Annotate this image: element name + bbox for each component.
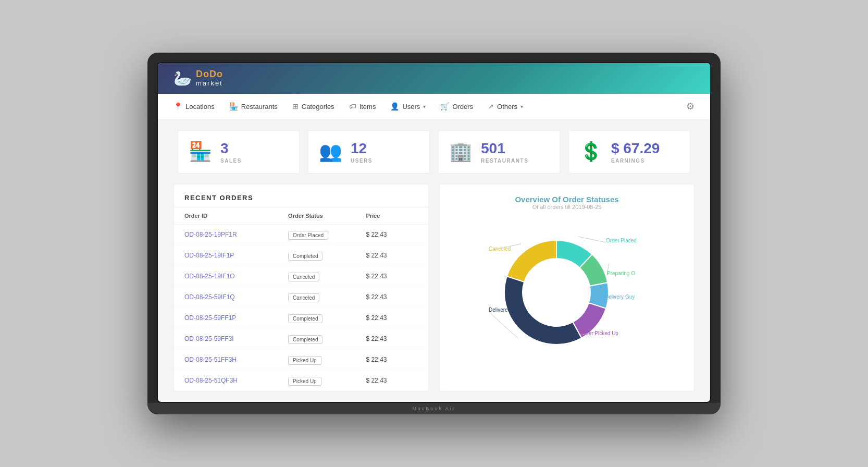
price-value: $ 22.43 [366, 293, 418, 301]
svg-line-0 [578, 237, 606, 242]
stat-value-earnings: $ 67.29 [611, 140, 660, 157]
nav-item-locations[interactable]: 📍 Locations [173, 95, 215, 118]
order-id-link[interactable]: OD-08-25-19IF1O [184, 273, 288, 280]
stat-info-restaurants: 501 RESTAURANTS [481, 140, 528, 164]
nav-item-items[interactable]: 🏷 Items [349, 95, 376, 118]
order-id-link[interactable]: OD-08-25-51FF3H [184, 356, 288, 363]
stat-value-users: 12 [351, 140, 373, 157]
stat-card-users: 👥 12 USERS [308, 130, 430, 174]
stat-card-sales: 🏪 3 SALES [178, 130, 300, 174]
order-id-link[interactable]: OD-08-25-19IF1P [184, 252, 288, 259]
price-value: $ 22.43 [366, 231, 418, 238]
nav-label-restaurants: Restaurants [241, 103, 278, 110]
price-value: $ 22.43 [366, 335, 418, 342]
orders-table-body: OD-08-25-19PF1R Order Placed $ 22.43 OD-… [174, 225, 428, 391]
location-icon: 📍 [173, 102, 182, 110]
table-column-headers: Order ID Order Status Price [174, 207, 428, 225]
macbook-label: MacBook Air [412, 406, 456, 411]
svg-text:Delivery Guy: Delivery Guy [605, 294, 635, 300]
stat-value-restaurants: 501 [481, 140, 528, 157]
table-row: OD-08-25-19IF1P Completed $ 22.43 [174, 245, 428, 266]
svg-text:Order Picked Up: Order Picked Up [580, 330, 618, 336]
restaurants-stat-icon: 🏢 [449, 141, 473, 163]
status-badge: Picked Up [288, 356, 321, 365]
order-id-link[interactable]: OD-08-25-59FF3I [184, 335, 288, 342]
chart-title: Overview Of Order Statuses [515, 195, 618, 204]
status-badge: Canceled [288, 273, 319, 281]
donut-svg: Order PlacedPreparing ODelivery GuyOrder… [478, 215, 655, 361]
status-badge: Completed [288, 335, 323, 344]
stat-card-earnings: 💲 $ 67.29 EARNINGS [568, 130, 690, 174]
nav-label-orders: Orders [452, 103, 473, 110]
logo-market: market [196, 80, 223, 87]
logo-dodo: DoDo [196, 69, 223, 80]
nav-item-categories[interactable]: ⊞ Categories [292, 95, 334, 118]
table-row: OD-08-25-19IF1O Canceled $ 22.43 [174, 266, 428, 287]
app-header: 🦢 DoDo market [158, 63, 710, 93]
status-badge: Picked Up [288, 377, 321, 386]
nav-label-users: Users [402, 103, 420, 110]
status-badge: Order Placed [288, 231, 328, 240]
table-row: OD-08-25-51FF3H Picked Up $ 22.43 [174, 350, 428, 371]
table-title: RECENT ORDERS [174, 185, 428, 207]
main-content: RECENT ORDERS Order ID Order Status Pric… [173, 184, 695, 391]
nav-item-restaurants[interactable]: 🏪 Restaurants [229, 95, 278, 118]
nav-item-others[interactable]: ↗ Others ▾ [488, 95, 523, 118]
stat-label-sales: SALES [220, 158, 242, 164]
items-icon: 🏷 [349, 102, 356, 110]
nav-item-users[interactable]: 👤 Users ▾ [390, 95, 426, 118]
table-row: OD-08-25-59IF1Q Canceled $ 22.43 [174, 287, 428, 308]
table-row: OD-08-25-59FF3I Completed $ 22.43 [174, 329, 428, 350]
logo-bird-icon: 🦢 [173, 70, 192, 87]
earnings-icon: 💲 [579, 141, 603, 163]
svg-text:Delivered: Delivered [489, 307, 511, 313]
categories-icon: ⊞ [292, 102, 299, 110]
chevron-down-icon-others: ▾ [520, 104, 523, 109]
laptop-chin: MacBook Air [147, 403, 721, 414]
price-value: $ 22.43 [366, 356, 418, 363]
donut-chart: Order PlacedPreparing ODelivery GuyOrder… [478, 215, 655, 361]
order-id-link[interactable]: OD-08-25-51QF3H [184, 377, 288, 384]
order-id-link[interactable]: OD-08-25-19PF1R [184, 231, 288, 238]
col-header-price: Price [366, 213, 418, 219]
screen: 🦢 DoDo market 📍 Locations 🏪 Restaurants [157, 62, 711, 402]
svg-text:Preparing O: Preparing O [607, 271, 635, 276]
status-badge: Completed [288, 252, 323, 261]
stats-row: 🏪 3 SALES 👥 12 USERS 🏢 501 RESTAURANTS [173, 130, 695, 174]
chart-subtitle: Of all orders till 2019-08-25 [532, 204, 602, 210]
chevron-down-icon: ▾ [423, 104, 426, 109]
stat-info-users: 12 USERS [351, 140, 373, 164]
stat-info-sales: 3 SALES [220, 140, 242, 164]
svg-text:Canceled: Canceled [489, 246, 511, 252]
logo: 🦢 DoDo market [173, 69, 223, 87]
col-header-status: Order Status [288, 213, 366, 219]
orders-table-section: RECENT ORDERS Order ID Order Status Pric… [173, 184, 429, 391]
restaurant-icon: 🏪 [229, 102, 238, 110]
stat-label-restaurants: RESTAURANTS [481, 158, 528, 164]
nav-label-others: Others [497, 103, 517, 110]
settings-icon[interactable]: ⚙ [686, 101, 695, 112]
logo-text: DoDo market [196, 69, 223, 87]
price-value: $ 22.43 [366, 273, 418, 280]
svg-text:Order Placed: Order Placed [606, 238, 637, 243]
nav-label-categories: Categories [302, 103, 334, 110]
order-id-link[interactable]: OD-08-25-59FF1P [184, 314, 288, 322]
stat-value-sales: 3 [220, 140, 242, 157]
stat-info-earnings: $ 67.29 EARNINGS [611, 140, 660, 164]
nav-label-locations: Locations [185, 103, 215, 110]
users-icon: 👤 [390, 102, 399, 110]
chart-section: Overview Of Order Statuses Of all orders… [439, 184, 695, 391]
col-header-order-id: Order ID [184, 213, 288, 219]
table-row: OD-08-25-19PF1R Order Placed $ 22.43 [174, 225, 428, 245]
nav-items: 📍 Locations 🏪 Restaurants ⊞ Categories 🏷… [173, 95, 686, 118]
stat-card-restaurants: 🏢 501 RESTAURANTS [438, 130, 560, 174]
sales-icon: 🏪 [189, 141, 212, 163]
nav-item-orders[interactable]: 🛒 Orders [440, 95, 473, 118]
stat-label-earnings: EARNINGS [611, 158, 660, 164]
order-id-link[interactable]: OD-08-25-59IF1Q [184, 293, 288, 301]
laptop-frame: 🦢 DoDo market 📍 Locations 🏪 Restaurants [147, 53, 721, 414]
users-stat-icon: 👥 [319, 141, 342, 163]
stat-label-users: USERS [351, 158, 373, 164]
others-icon: ↗ [488, 102, 494, 110]
nav-label-items: Items [359, 103, 376, 110]
